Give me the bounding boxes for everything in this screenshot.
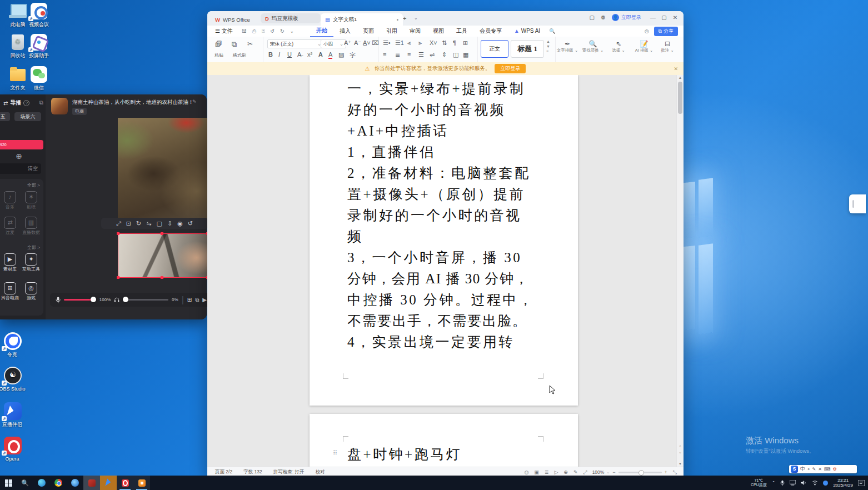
- edge-slideout-handle[interactable]: [849, 194, 866, 213]
- notice-close-icon[interactable]: ✕: [674, 66, 678, 72]
- search-icon[interactable]: 🔍: [546, 28, 558, 34]
- redo-icon[interactable]: ↻: [277, 28, 287, 34]
- format-painter-label[interactable]: 格式刷: [228, 52, 251, 58]
- new-tab-button[interactable]: +: [403, 15, 406, 22]
- zoom-out-button[interactable]: −: [610, 469, 618, 475]
- document-area[interactable]: 一，实景+绿布+提前录制 好的一个小时的音视频 +AI+中控插话 1，直播伴侣 …: [207, 75, 684, 467]
- wps-home-tab[interactable]: W WPS Office: [211, 13, 255, 26]
- scroll-up-arrow[interactable]: ▲: [677, 75, 684, 81]
- taskbar-chrome-icon[interactable]: [50, 476, 67, 490]
- reset-icon[interactable]: ↺: [188, 220, 193, 227]
- camera-add-icon[interactable]: ⊞: [187, 297, 192, 303]
- paragraph-drag-handle[interactable]: ⠿: [333, 449, 337, 457]
- flip-icon[interactable]: ⇋: [146, 220, 151, 227]
- proofread[interactable]: 校对: [310, 469, 330, 476]
- zoom-slider[interactable]: [618, 472, 662, 473]
- spellcheck-status[interactable]: 拼写检查: 打开: [268, 469, 310, 476]
- cut-icon[interactable]: ✂: [247, 40, 253, 48]
- borders-button[interactable]: ⊞: [463, 39, 468, 47]
- taskbar-browser360-icon[interactable]: [67, 476, 83, 490]
- popout-icon[interactable]: ⧉: [39, 99, 43, 106]
- taskbar-search-button[interactable]: 🔍: [17, 476, 33, 490]
- scene-tab-5[interactable]: 五: [0, 112, 10, 121]
- read-mode-icon[interactable]: ▷: [551, 469, 561, 475]
- crop-icon[interactable]: ▢: [157, 220, 162, 227]
- desktop-icon-app2[interactable]: ↗ 投屏助手: [23, 33, 54, 59]
- ime-lang-mode[interactable]: 中: [800, 466, 805, 473]
- shrink-font-icon[interactable]: A⁻: [354, 39, 361, 47]
- eye-protect-icon[interactable]: ◎: [642, 28, 652, 34]
- share-button[interactable]: ⧉分享: [654, 27, 678, 36]
- desktop-icon-wechat[interactable]: 微信: [23, 66, 54, 91]
- taskbar-orange-running-icon[interactable]: [133, 476, 150, 490]
- copy-icon[interactable]: ⧉: [232, 40, 237, 49]
- preview-icon[interactable]: ⍰: [259, 28, 267, 34]
- ai-layout-button[interactable]: 📝 AI 排版 ⌄: [633, 40, 655, 53]
- tab-review[interactable]: 审阅: [403, 26, 427, 37]
- tool-live-data[interactable]: ▥ 直播数据: [21, 217, 41, 235]
- char-border-button[interactable]: 字: [350, 51, 356, 59]
- tray-bluetooth-app-icon[interactable]: [823, 481, 828, 486]
- minimize-button[interactable]: —: [649, 14, 657, 21]
- font-color-button[interactable]: A: [328, 51, 332, 59]
- tab-insert[interactable]: 插入: [333, 26, 357, 37]
- text-layout-button[interactable]: ✒ 文字排版 ⌄: [556, 40, 578, 53]
- add-source-button[interactable]: ⊕: [14, 152, 23, 161]
- tab-home[interactable]: 开始: [310, 25, 333, 37]
- scene-active-bar[interactable]: 920: [0, 140, 43, 149]
- send-back-icon[interactable]: ⇩: [167, 220, 172, 227]
- tool-ecommerce[interactable]: ⊞ 抖音电商: [0, 282, 20, 301]
- page-up-down[interactable]: ⌃⌄: [677, 444, 684, 454]
- align-center-button[interactable]: ≣: [395, 51, 400, 58]
- font-name-select[interactable]: 宋体 (正文)⌄: [267, 39, 324, 48]
- expand-icon[interactable]: ⤢: [116, 220, 121, 227]
- tray-display-icon[interactable]: [790, 480, 796, 486]
- strikethrough-button[interactable]: A̶: [297, 51, 301, 58]
- style-normal[interactable]: 正文: [481, 40, 508, 58]
- more-chevron-icon[interactable]: ⌄: [287, 28, 297, 34]
- all-link-1[interactable]: 全部 >: [27, 182, 40, 188]
- align-left-button[interactable]: ≡: [383, 51, 386, 58]
- indent-button[interactable]: ⫸: [418, 39, 422, 47]
- scroll-down-arrow[interactable]: ▼: [677, 462, 684, 466]
- rotate-icon[interactable]: ↻: [136, 220, 141, 227]
- sort-button[interactable]: ⇅: [442, 39, 447, 47]
- undo-icon[interactable]: ↺: [267, 28, 277, 34]
- login-entry[interactable]: 👤 立即登录: [612, 14, 641, 21]
- ime-toolbar[interactable]: S 中 ⌖ ✎ ✕ ⌨ ⚙: [789, 465, 857, 473]
- zoom-in-button[interactable]: +: [662, 469, 670, 475]
- tab-reference[interactable]: 引用: [380, 26, 403, 37]
- ime-handwrite-icon[interactable]: ✎: [812, 467, 816, 472]
- grow-font-icon[interactable]: A⁺: [344, 39, 351, 47]
- print-icon[interactable]: ⎙: [250, 28, 259, 34]
- all-link-2[interactable]: 全部 >: [27, 244, 40, 251]
- tab-member[interactable]: 会员专享: [473, 26, 508, 37]
- comment-button[interactable]: ⊟ 批注 ⌄: [656, 40, 679, 53]
- close-button[interactable]: ✕: [671, 14, 679, 21]
- file-menu[interactable]: ☰ 文件: [207, 26, 239, 37]
- edit-mode-icon[interactable]: ✎: [571, 469, 581, 475]
- scroll-thumb[interactable]: [678, 82, 682, 114]
- tray-volume-icon[interactable]: [801, 480, 807, 486]
- ime-keyboard-icon[interactable]: ⌨: [824, 467, 831, 472]
- bold-button[interactable]: B: [268, 51, 273, 58]
- edit-title-icon[interactable]: ✎: [192, 99, 197, 104]
- tool-interactive[interactable]: ✦ 互动工具: [21, 253, 41, 272]
- select-button[interactable]: ⇖ 选择 ⌄: [607, 40, 630, 53]
- taskbar-edge-icon[interactable]: [33, 476, 50, 490]
- tool-game[interactable]: ◎ 游戏: [21, 282, 41, 301]
- highlight-button[interactable]: 𝐀: [318, 51, 323, 58]
- tool-sticker[interactable]: ✶ 贴纸: [21, 191, 41, 209]
- superscript-button[interactable]: x²: [307, 51, 312, 58]
- record-icon[interactable]: ▶: [202, 297, 207, 303]
- focus-icon[interactable]: ◉: [177, 220, 183, 227]
- show-marks-button[interactable]: ¶: [453, 39, 456, 46]
- fit-page-icon[interactable]: ⤢: [580, 469, 590, 476]
- screen-share-icon[interactable]: ⧉: [195, 297, 199, 303]
- document-page-1[interactable]: 一，实景+绿布+提前录制 好的一个小时的音视频 +AI+中控插话 1，直播伴侣 …: [310, 75, 578, 406]
- mic-volume-slider[interactable]: [64, 299, 96, 301]
- document-page-2[interactable]: ⠿ 盘+时钟+跑马灯: [310, 414, 578, 467]
- desktop-icon-live-companion[interactable]: ↗ 直播伴侣: [0, 402, 27, 428]
- swap-icon[interactable]: ⇄: [3, 100, 8, 106]
- scene-tab-6[interactable]: 场景六: [14, 112, 41, 121]
